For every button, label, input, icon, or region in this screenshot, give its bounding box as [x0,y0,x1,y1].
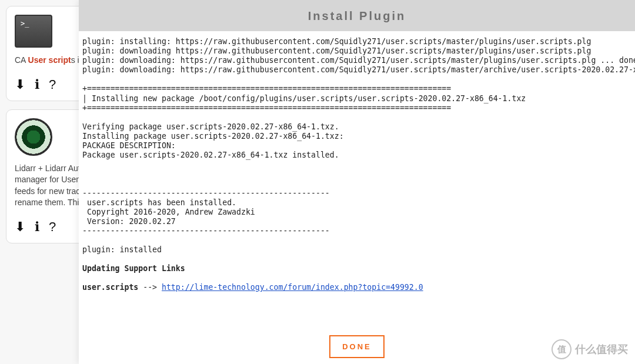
download-icon[interactable]: ⬇ [15,219,25,235]
install-plugin-modal: Install Plugin plugin: installing: https… [79,0,635,364]
done-button[interactable]: DONE [329,335,385,358]
help-icon[interactable]: ? [49,219,56,235]
install-log: plugin: installing: https://raw.githubus… [79,31,635,332]
lidarr-icon [15,118,52,156]
info-icon[interactable]: ℹ [35,219,39,235]
download-icon[interactable]: ⬇ [15,77,25,92]
help-icon[interactable]: ? [49,77,56,92]
modal-title: Install Plugin [79,0,635,31]
info-icon[interactable]: ℹ [35,77,39,92]
modal-footer: DONE [79,332,635,364]
support-link[interactable]: http://lime-technology.com/forum/index.p… [162,283,423,292]
terminal-icon [15,15,52,48]
